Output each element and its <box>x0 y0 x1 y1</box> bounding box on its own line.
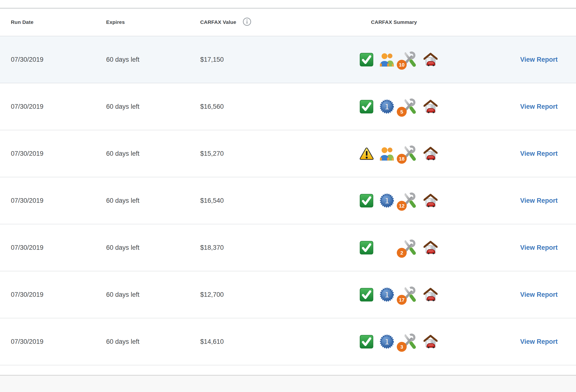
run-date-value: 07/30/2019 <box>11 197 106 204</box>
carfax-summary-icons: 1 5 <box>360 98 509 115</box>
action-cell: View Report <box>509 150 558 157</box>
service-records-count-badge: 10 <box>397 60 407 70</box>
carfax-value: $16,560 <box>200 103 360 111</box>
top-spacer <box>0 0 576 8</box>
column-header-expires: Expires <box>106 19 200 25</box>
service-records-count-badge: 3 <box>397 342 407 352</box>
table-row[interactable]: 07/30/2019 60 days left $14,610 1 3 <box>0 318 576 365</box>
no-problems-check-icon <box>360 288 374 302</box>
view-report-link[interactable]: View Report <box>520 150 558 157</box>
view-report-link[interactable]: View Report <box>520 291 558 298</box>
table-body: 07/30/2019 60 days left $17,150 <box>0 36 576 365</box>
run-date-value: 07/30/2019 <box>11 338 106 345</box>
carfax-value: $17,150 <box>200 56 360 63</box>
carfax-summary-icons: 2 <box>360 239 509 256</box>
action-cell: View Report <box>509 197 558 204</box>
carfax-value-label: CARFAX Value <box>200 19 236 25</box>
no-problems-check-icon <box>360 335 374 349</box>
carfax-value: $18,370 <box>200 244 360 252</box>
house-with-car-icon <box>424 194 437 207</box>
carfax-report-table: Run Date Expires CARFAX Value CARFAX Sum… <box>0 8 576 365</box>
carfax-value: $12,700 <box>200 291 360 298</box>
expires-value: 60 days left <box>106 338 200 345</box>
action-cell: View Report <box>509 56 558 63</box>
action-cell: View Report <box>509 338 558 345</box>
run-date-value: 07/30/2019 <box>11 56 106 63</box>
carfax-summary-icons: 10 <box>360 51 509 68</box>
carfax-value: $14,610 <box>200 338 360 345</box>
table-row[interactable]: 07/30/2019 60 days left $15,270 <box>0 130 576 177</box>
one-owner-badge-icon: 1 <box>380 287 394 302</box>
view-report-link[interactable]: View Report <box>520 56 558 63</box>
one-owner-badge-icon: 1 <box>380 193 394 208</box>
table-row[interactable]: 07/30/2019 60 days left $16,560 1 5 <box>0 83 576 130</box>
run-date-value: 07/30/2019 <box>11 244 106 252</box>
no-problems-check-icon <box>360 53 374 67</box>
svg-text:1: 1 <box>384 337 389 346</box>
action-cell: View Report <box>509 244 558 252</box>
service-records-count-badge: 17 <box>397 295 407 305</box>
no-problems-check-icon <box>360 100 374 113</box>
expires-value: 60 days left <box>106 244 200 252</box>
action-cell: View Report <box>509 103 558 111</box>
table-row[interactable]: 07/30/2019 60 days left $18,370 2 <box>0 224 576 271</box>
run-date-value: 07/30/2019 <box>11 291 106 298</box>
house-with-car-icon <box>424 335 437 348</box>
table-row[interactable]: 07/30/2019 60 days left $16,540 1 12 <box>0 177 576 224</box>
carfax-summary-icons: 1 12 <box>360 192 509 209</box>
house-with-car-icon <box>424 147 437 160</box>
run-date-value: 07/30/2019 <box>11 103 106 111</box>
info-icon[interactable] <box>243 17 251 27</box>
column-header-carfax-summary: CARFAX Summary <box>360 19 509 25</box>
one-owner-badge-icon: 1 <box>380 334 394 349</box>
view-report-link[interactable]: View Report <box>520 103 558 111</box>
svg-text:1: 1 <box>384 102 389 111</box>
view-report-link[interactable]: View Report <box>520 338 558 345</box>
house-with-car-icon <box>424 53 437 66</box>
house-with-car-icon <box>424 241 437 254</box>
warning-triangle-icon <box>359 147 374 160</box>
multiple-owners-icon <box>379 53 394 67</box>
carfax-summary-icons: 1 3 <box>360 334 509 350</box>
expires-value: 60 days left <box>106 197 200 204</box>
service-records-count-badge: 5 <box>397 107 407 117</box>
view-report-link[interactable]: View Report <box>520 244 558 252</box>
svg-text:1: 1 <box>384 290 389 299</box>
column-header-run-date: Run Date <box>11 19 106 25</box>
service-records-count-badge: 18 <box>397 154 407 164</box>
table-row[interactable]: 07/30/2019 60 days left $12,700 1 17 <box>0 271 576 318</box>
table-header-row: Run Date Expires CARFAX Value CARFAX Sum… <box>0 8 576 36</box>
service-records-count-badge: 2 <box>397 248 407 258</box>
carfax-report-list-page: Run Date Expires CARFAX Value CARFAX Sum… <box>0 0 576 392</box>
carfax-summary-icons: 1 17 <box>360 286 509 303</box>
column-header-carfax-value: CARFAX Value <box>200 17 360 27</box>
run-date-value: 07/30/2019 <box>11 150 106 157</box>
expires-value: 60 days left <box>106 291 200 298</box>
table-row[interactable]: 07/30/2019 60 days left $17,150 <box>0 36 576 83</box>
service-records-count-badge: 12 <box>397 201 407 211</box>
no-problems-check-icon <box>360 241 374 254</box>
carfax-value: $16,540 <box>200 197 360 204</box>
house-with-car-icon <box>424 100 437 113</box>
action-cell: View Report <box>509 291 558 298</box>
carfax-summary-icons: 18 <box>360 145 509 162</box>
footer-band <box>0 375 576 392</box>
no-problems-check-icon <box>360 194 374 208</box>
expires-value: 60 days left <box>106 150 200 157</box>
expires-value: 60 days left <box>106 103 200 111</box>
carfax-value: $15,270 <box>200 150 360 157</box>
multiple-owners-icon <box>379 147 394 161</box>
view-report-link[interactable]: View Report <box>520 197 558 204</box>
svg-text:1: 1 <box>384 196 389 205</box>
house-with-car-icon <box>424 288 437 301</box>
expires-value: 60 days left <box>106 56 200 63</box>
one-owner-badge-icon: 1 <box>380 99 394 114</box>
